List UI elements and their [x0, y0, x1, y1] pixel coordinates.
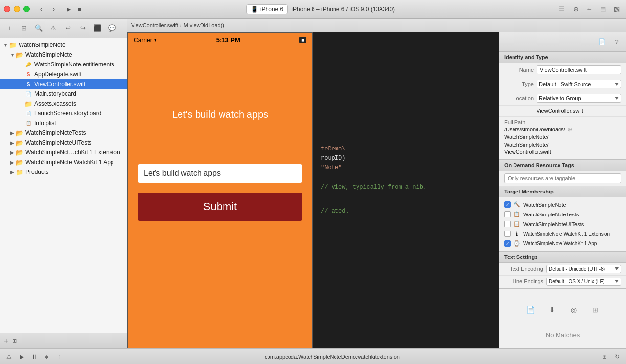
- sidebar-item-assets[interactable]: 📁 Assets.xcassets: [0, 99, 127, 108]
- bottom-pause-button[interactable]: ⏸: [29, 352, 39, 362]
- membership-checkbox-wkapp[interactable]: ✓: [504, 240, 511, 247]
- target-membership-section: Target Membership ✓ 🔨 WatchSimpleNote 📋: [499, 186, 626, 252]
- bottom-bar-left: ⚠ ▶ ⏸ ⏭ ↑: [4, 352, 65, 362]
- sidebar-item-uitests[interactable]: ▶ 📂 WatchSimpleNoteUITests: [0, 138, 127, 148]
- stop-button[interactable]: ■: [74, 4, 85, 15]
- membership-checkbox-tests[interactable]: [504, 211, 511, 217]
- back-button[interactable]: ‹: [36, 4, 46, 15]
- membership-label-tests: WatchSimpleNoteTests: [523, 212, 579, 217]
- membership-row-uitests: 📋 WatchSimpleNoteUITests: [504, 219, 621, 229]
- panel-bottom-file-icon[interactable]: 📄: [525, 304, 537, 316]
- line-endings-select[interactable]: Default - OS X / Unix (LF): [546, 278, 621, 286]
- sidebar-item-mainstoryboard[interactable]: 📄 Main.storyboard: [0, 89, 127, 99]
- sidebar-item-root[interactable]: ▾ 📁 WatchSimpleNote: [0, 40, 127, 50]
- expand-icon[interactable]: ⊕: [567, 126, 572, 133]
- sidebar-item-appdelegate[interactable]: S AppDelegate.swift: [0, 69, 127, 79]
- membership-checkbox-wsn[interactable]: ✓: [504, 201, 511, 208]
- filename-value: ViewController.swift: [537, 108, 621, 114]
- arrow-icon: ▶: [9, 160, 16, 165]
- bottom-share-button[interactable]: ↑: [55, 352, 65, 362]
- assistant-button[interactable]: ⊕: [570, 4, 581, 15]
- arrow-icon: ▶: [9, 130, 16, 136]
- nav-back-icon[interactable]: ←: [584, 4, 595, 15]
- bottom-cycle-button[interactable]: ↻: [612, 352, 622, 362]
- sidebar-item-tests[interactable]: ▶ 📂 WatchSimpleNoteTests: [0, 128, 127, 138]
- fullpath-label: Full Path: [504, 119, 621, 125]
- panel-bottom-target-icon[interactable]: ◎: [568, 304, 580, 316]
- sidebar-tool-bookmark[interactable]: ⬛: [92, 23, 103, 34]
- sidebar-tool-warning[interactable]: ⚠: [48, 23, 59, 34]
- membership-label-uitests: WatchSimpleNoteUITests: [523, 221, 584, 227]
- sidebar-item-wsn-folder[interactable]: ▾ 📂 WatchSimpleNote: [0, 50, 127, 60]
- maximize-button[interactable]: [23, 6, 30, 12]
- encoding-row: Text Encoding Default - Unicode (UTF-8): [499, 263, 626, 276]
- sidebar-tool-search[interactable]: 🔍: [33, 23, 44, 34]
- type-row: Type Default - Swift Source: [499, 77, 626, 91]
- panel-bottom-grid-icon[interactable]: ⊞: [589, 304, 601, 316]
- encoding-label: Text Encoding: [504, 266, 543, 272]
- sidebar-item-label: Main.storyboard: [34, 90, 76, 97]
- type-select[interactable]: Default - Swift Source: [537, 80, 621, 88]
- code-area: Carrier ▾ 5:13 PM ■ Let's build watch ap…: [127, 32, 499, 348]
- location-label: Location: [504, 95, 534, 101]
- fullpath-row: Full Path /Users/simon/Downloads/WatchSi…: [499, 117, 626, 159]
- bottom-grid-button[interactable]: ⊞: [600, 352, 609, 362]
- sidebar-item-label: LaunchScreen.storyboard: [34, 110, 101, 117]
- quick-help-icon[interactable]: ?: [611, 37, 622, 47]
- bottom-warn-button[interactable]: ⚠: [4, 352, 14, 362]
- run-button[interactable]: ▶: [63, 4, 74, 15]
- sidebar-item-label: WatchSimpleNot…chKit 1 Extension: [25, 149, 120, 156]
- membership-label-wkext: WatchSimpleNote WatchKit 1 Extension: [523, 231, 610, 236]
- bottom-bar-right: ⊞ ↻: [600, 352, 622, 362]
- sidebar: + ⊞ 🔍 ⚠ ↩ ↪ ⬛ 💬 ▾ 📁 WatchSimpleNote ▾ 📂 …: [0, 19, 127, 348]
- sidebar-tool-undo[interactable]: ↩: [63, 23, 73, 34]
- iphone-simulator-wrapper: Carrier ▾ 5:13 PM ■ Let's build watch ap…: [127, 32, 499, 348]
- panel-bottom-down-icon[interactable]: ⬇: [546, 304, 558, 316]
- sidebar-item-viewcontroller[interactable]: S ViewController.swift: [0, 79, 127, 89]
- membership-checkbox-wkext[interactable]: [504, 231, 511, 237]
- split-view-icon[interactable]: ▤: [598, 4, 608, 15]
- encoding-select[interactable]: Default - Unicode (UTF-8): [546, 265, 621, 273]
- sidebar-item-infoplist[interactable]: 📋 Info.plist: [0, 118, 127, 128]
- watch-icon: ⌚: [514, 240, 520, 247]
- sidebar-tool-group[interactable]: ⊞: [19, 23, 29, 34]
- sidebar-item-watchkit-app[interactable]: ▶ 📂 WatchSimpleNote WatchKit 1 App: [0, 157, 127, 167]
- folder-icon: 📂: [16, 129, 23, 137]
- sim-submit-button[interactable]: Submit: [138, 193, 302, 221]
- close-button[interactable]: [4, 6, 10, 12]
- sidebar-item-entitlements[interactable]: 🔑 WatchSimpleNote.entitlements: [0, 60, 127, 69]
- name-input[interactable]: [537, 65, 621, 74]
- file-inspector-icon[interactable]: 📄: [597, 37, 607, 47]
- fullpath-text: /Users/simon/Downloads/WatchSimpleNote/W…: [504, 126, 565, 156]
- sidebar-filter-button[interactable]: ⊞: [12, 338, 17, 344]
- sidebar-tool-comment[interactable]: 💬: [107, 23, 117, 34]
- panel-bottom-icons: 📄 ⬇ ◎ ⊞: [499, 298, 626, 321]
- simulator-name: iPhone 6: [260, 6, 283, 13]
- sidebar-tool-redo[interactable]: ↪: [77, 23, 88, 34]
- tags-input[interactable]: [504, 173, 621, 183]
- identity-type-header: Identity and Type: [499, 52, 626, 63]
- bottom-bar: ⚠ ▶ ⏸ ⏭ ↑ com.appcoda.WatchSimpleNoteDem…: [0, 348, 626, 364]
- sidebar-item-watchkit-ext[interactable]: ▶ 📂 WatchSimpleNot…chKit 1 Extension: [0, 148, 127, 157]
- forward-button[interactable]: ›: [48, 4, 59, 15]
- membership-checkbox-uitests[interactable]: [504, 221, 511, 227]
- simulator-label[interactable]: 📱 iPhone 6: [246, 4, 288, 14]
- sidebar-tool-add[interactable]: +: [4, 23, 15, 34]
- sidebar-item-launchscreen[interactable]: 📄 LaunchScreen.storyboard: [0, 108, 127, 118]
- panel-icon[interactable]: ▧: [611, 4, 622, 15]
- toolbar-toggle[interactable]: ☰: [557, 4, 567, 15]
- sidebar-item-label: WatchSimpleNote.entitlements: [34, 61, 114, 68]
- code-line: // view, typically from a nib.: [321, 183, 491, 192]
- sidebar-item-label: Assets.xcassets: [34, 100, 76, 107]
- membership-row-tests: 📋 WatchSimpleNoteTests: [504, 210, 621, 219]
- sidebar-toolbar: + ⊞ 🔍 ⚠ ↩ ↪ ⬛ 💬: [0, 19, 127, 38]
- add-file-button[interactable]: +: [4, 337, 8, 345]
- folder-icon: 📂: [16, 139, 23, 147]
- bottom-run-button[interactable]: ▶: [17, 352, 26, 362]
- breadcrumb-method: M viewDidLoad(): [183, 22, 224, 28]
- minimize-button[interactable]: [14, 6, 20, 12]
- sim-input[interactable]: [138, 164, 302, 183]
- location-select[interactable]: Relative to Group: [537, 94, 621, 103]
- sidebar-item-products[interactable]: ▶ 📁 Products: [0, 167, 127, 177]
- bottom-step-button[interactable]: ⏭: [42, 352, 52, 362]
